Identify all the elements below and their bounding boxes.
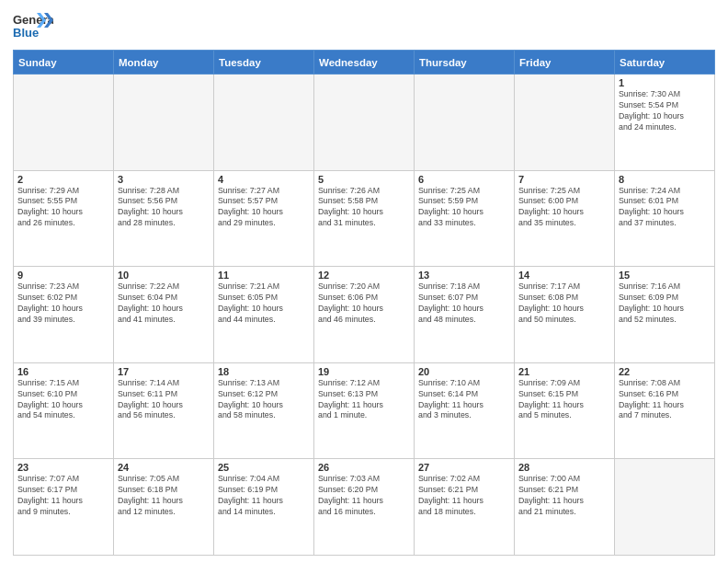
header: General Blue <box>13 9 715 44</box>
day-number: 19 <box>318 366 410 377</box>
calendar-cell <box>214 75 314 171</box>
day-info: Sunrise: 7:24 AMSunset: 6:01 PMDaylight:… <box>619 186 711 230</box>
day-info: Sunrise: 7:12 AMSunset: 6:13 PMDaylight:… <box>318 378 410 422</box>
calendar-week-row: 9Sunrise: 7:23 AMSunset: 6:02 PMDaylight… <box>14 267 715 363</box>
day-number: 3 <box>118 174 210 185</box>
calendar-week-row: 1Sunrise: 7:30 AMSunset: 5:54 PMDaylight… <box>14 75 715 171</box>
day-info: Sunrise: 7:20 AMSunset: 6:06 PMDaylight:… <box>318 282 410 326</box>
calendar-cell: 17Sunrise: 7:14 AMSunset: 6:11 PMDayligh… <box>114 362 214 459</box>
calendar-cell: 22Sunrise: 7:08 AMSunset: 6:16 PMDayligh… <box>615 362 715 459</box>
calendar-cell: 28Sunrise: 7:00 AMSunset: 6:21 PMDayligh… <box>515 459 615 556</box>
calendar-cell: 13Sunrise: 7:18 AMSunset: 6:07 PMDayligh… <box>415 267 515 363</box>
day-number: 8 <box>619 174 711 185</box>
day-number: 15 <box>619 270 711 281</box>
day-info: Sunrise: 7:04 AMSunset: 6:19 PMDaylight:… <box>218 474 310 518</box>
day-info: Sunrise: 7:17 AMSunset: 6:08 PMDaylight:… <box>518 282 610 326</box>
day-info: Sunrise: 7:29 AMSunset: 5:55 PMDaylight:… <box>17 186 109 230</box>
day-of-week-header: Sunday <box>14 51 114 75</box>
day-number: 27 <box>418 462 510 473</box>
day-number: 5 <box>318 174 410 185</box>
day-info: Sunrise: 7:16 AMSunset: 6:09 PMDaylight:… <box>619 282 711 326</box>
day-info: Sunrise: 7:10 AMSunset: 6:14 PMDaylight:… <box>418 378 510 422</box>
day-of-week-header: Saturday <box>615 51 715 75</box>
day-number: 24 <box>118 462 210 473</box>
day-of-week-header: Wednesday <box>314 51 415 75</box>
calendar-cell: 21Sunrise: 7:09 AMSunset: 6:15 PMDayligh… <box>515 362 615 459</box>
calendar-week-row: 16Sunrise: 7:15 AMSunset: 6:10 PMDayligh… <box>14 362 715 459</box>
day-info: Sunrise: 7:18 AMSunset: 6:07 PMDaylight:… <box>418 282 510 326</box>
day-info: Sunrise: 7:25 AMSunset: 5:59 PMDaylight:… <box>418 186 510 230</box>
day-number: 9 <box>17 270 109 281</box>
day-info: Sunrise: 7:05 AMSunset: 6:18 PMDaylight:… <box>118 474 210 518</box>
calendar-cell: 7Sunrise: 7:25 AMSunset: 6:00 PMDaylight… <box>515 170 615 267</box>
day-number: 26 <box>318 462 410 473</box>
calendar-cell <box>114 75 214 171</box>
calendar-cell: 8Sunrise: 7:24 AMSunset: 6:01 PMDaylight… <box>615 170 715 267</box>
calendar-cell: 5Sunrise: 7:26 AMSunset: 5:58 PMDaylight… <box>314 170 415 267</box>
calendar-cell: 12Sunrise: 7:20 AMSunset: 6:06 PMDayligh… <box>314 267 415 363</box>
calendar-week-row: 23Sunrise: 7:07 AMSunset: 6:17 PMDayligh… <box>14 459 715 556</box>
day-info: Sunrise: 7:25 AMSunset: 6:00 PMDaylight:… <box>518 186 610 230</box>
logo-svg: General Blue <box>13 9 53 44</box>
day-number: 17 <box>118 366 210 377</box>
calendar-cell: 24Sunrise: 7:05 AMSunset: 6:18 PMDayligh… <box>114 459 214 556</box>
day-of-week-header: Thursday <box>415 51 515 75</box>
calendar-cell: 27Sunrise: 7:02 AMSunset: 6:21 PMDayligh… <box>415 459 515 556</box>
calendar-cell: 6Sunrise: 7:25 AMSunset: 5:59 PMDaylight… <box>415 170 515 267</box>
day-number: 11 <box>218 270 310 281</box>
day-number: 6 <box>418 174 510 185</box>
day-info: Sunrise: 7:27 AMSunset: 5:57 PMDaylight:… <box>218 186 310 230</box>
calendar-cell: 2Sunrise: 7:29 AMSunset: 5:55 PMDaylight… <box>14 170 114 267</box>
day-info: Sunrise: 7:08 AMSunset: 6:16 PMDaylight:… <box>619 378 711 422</box>
calendar-week-row: 2Sunrise: 7:29 AMSunset: 5:55 PMDaylight… <box>14 170 715 267</box>
calendar-cell: 11Sunrise: 7:21 AMSunset: 6:05 PMDayligh… <box>214 267 314 363</box>
calendar-cell: 4Sunrise: 7:27 AMSunset: 5:57 PMDaylight… <box>214 170 314 267</box>
page: General Blue SundayMondayTuesdayWednesda… <box>0 0 728 563</box>
logo: General Blue <box>13 9 53 44</box>
day-number: 2 <box>17 174 109 185</box>
day-number: 22 <box>619 366 711 377</box>
day-number: 25 <box>218 462 310 473</box>
day-number: 1 <box>619 77 711 88</box>
calendar-cell: 9Sunrise: 7:23 AMSunset: 6:02 PMDaylight… <box>14 267 114 363</box>
day-info: Sunrise: 7:26 AMSunset: 5:58 PMDaylight:… <box>318 186 410 230</box>
day-number: 23 <box>17 462 109 473</box>
calendar-cell <box>415 75 515 171</box>
calendar-cell <box>615 459 715 556</box>
day-number: 10 <box>118 270 210 281</box>
day-number: 13 <box>418 270 510 281</box>
calendar-cell: 25Sunrise: 7:04 AMSunset: 6:19 PMDayligh… <box>214 459 314 556</box>
calendar-cell: 23Sunrise: 7:07 AMSunset: 6:17 PMDayligh… <box>14 459 114 556</box>
day-info: Sunrise: 7:23 AMSunset: 6:02 PMDaylight:… <box>17 282 109 326</box>
calendar-header-row: SundayMondayTuesdayWednesdayThursdayFrid… <box>14 51 715 75</box>
calendar-cell <box>515 75 615 171</box>
day-info: Sunrise: 7:03 AMSunset: 6:20 PMDaylight:… <box>318 474 410 518</box>
day-number: 20 <box>418 366 510 377</box>
day-info: Sunrise: 7:15 AMSunset: 6:10 PMDaylight:… <box>17 378 109 422</box>
svg-text:Blue: Blue <box>13 26 39 40</box>
calendar-cell: 16Sunrise: 7:15 AMSunset: 6:10 PMDayligh… <box>14 362 114 459</box>
calendar-cell: 15Sunrise: 7:16 AMSunset: 6:09 PMDayligh… <box>615 267 715 363</box>
calendar-cell: 20Sunrise: 7:10 AMSunset: 6:14 PMDayligh… <box>415 362 515 459</box>
day-info: Sunrise: 7:30 AMSunset: 5:54 PMDaylight:… <box>619 89 711 133</box>
day-of-week-header: Tuesday <box>214 51 314 75</box>
calendar-cell <box>314 75 415 171</box>
calendar-cell: 3Sunrise: 7:28 AMSunset: 5:56 PMDaylight… <box>114 170 214 267</box>
day-info: Sunrise: 7:02 AMSunset: 6:21 PMDaylight:… <box>418 474 510 518</box>
day-of-week-header: Monday <box>114 51 214 75</box>
calendar-cell: 18Sunrise: 7:13 AMSunset: 6:12 PMDayligh… <box>214 362 314 459</box>
day-number: 16 <box>17 366 109 377</box>
day-number: 4 <box>218 174 310 185</box>
calendar-cell: 26Sunrise: 7:03 AMSunset: 6:20 PMDayligh… <box>314 459 415 556</box>
day-number: 12 <box>318 270 410 281</box>
day-number: 18 <box>218 366 310 377</box>
day-info: Sunrise: 7:22 AMSunset: 6:04 PMDaylight:… <box>118 282 210 326</box>
day-number: 21 <box>518 366 610 377</box>
day-info: Sunrise: 7:13 AMSunset: 6:12 PMDaylight:… <box>218 378 310 422</box>
day-info: Sunrise: 7:28 AMSunset: 5:56 PMDaylight:… <box>118 186 210 230</box>
day-number: 14 <box>518 270 610 281</box>
calendar-cell: 10Sunrise: 7:22 AMSunset: 6:04 PMDayligh… <box>114 267 214 363</box>
day-info: Sunrise: 7:14 AMSunset: 6:11 PMDaylight:… <box>118 378 210 422</box>
day-info: Sunrise: 7:07 AMSunset: 6:17 PMDaylight:… <box>17 474 109 518</box>
calendar-table: SundayMondayTuesdayWednesdayThursdayFrid… <box>13 50 715 556</box>
